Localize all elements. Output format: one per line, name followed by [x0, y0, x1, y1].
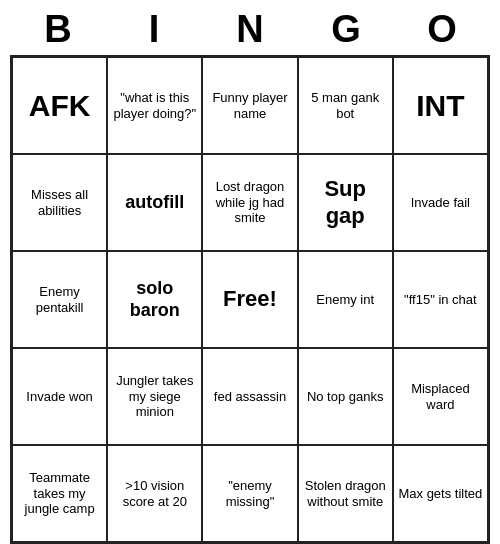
- bingo-header: B I N G O: [10, 0, 490, 55]
- bingo-cell-3: 5 man gank bot: [298, 57, 393, 154]
- bingo-cell-14: "ff15" in chat: [393, 251, 488, 348]
- bingo-grid: AFK"what is this player doing?"Funny pla…: [10, 55, 490, 544]
- bingo-cell-1: "what is this player doing?": [107, 57, 202, 154]
- bingo-cell-5: Misses all abilities: [12, 154, 107, 251]
- bingo-cell-18: No top ganks: [298, 348, 393, 445]
- bingo-cell-20: Teammate takes my jungle camp: [12, 445, 107, 542]
- bingo-cell-23: Stolen dragon without smite: [298, 445, 393, 542]
- bingo-cell-19: Misplaced ward: [393, 348, 488, 445]
- bingo-cell-9: Invade fail: [393, 154, 488, 251]
- letter-g: G: [302, 8, 390, 51]
- letter-n: N: [206, 8, 294, 51]
- bingo-cell-4: INT: [393, 57, 488, 154]
- bingo-cell-7: Lost dragon while jg had smite: [202, 154, 297, 251]
- bingo-cell-17: fed assassin: [202, 348, 297, 445]
- letter-i: I: [110, 8, 198, 51]
- letter-o: O: [398, 8, 486, 51]
- bingo-cell-10: Enemy pentakill: [12, 251, 107, 348]
- letter-b: B: [14, 8, 102, 51]
- bingo-cell-24: Max gets tilted: [393, 445, 488, 542]
- bingo-cell-21: >10 vision score at 20: [107, 445, 202, 542]
- bingo-cell-15: Invade won: [12, 348, 107, 445]
- bingo-cell-13: Enemy int: [298, 251, 393, 348]
- bingo-cell-12: Free!: [202, 251, 297, 348]
- bingo-cell-11: solo baron: [107, 251, 202, 348]
- bingo-cell-6: autofill: [107, 154, 202, 251]
- bingo-cell-22: "enemy missing": [202, 445, 297, 542]
- bingo-cell-8: Sup gap: [298, 154, 393, 251]
- bingo-cell-16: Jungler takes my siege minion: [107, 348, 202, 445]
- bingo-cell-0: AFK: [12, 57, 107, 154]
- bingo-cell-2: Funny player name: [202, 57, 297, 154]
